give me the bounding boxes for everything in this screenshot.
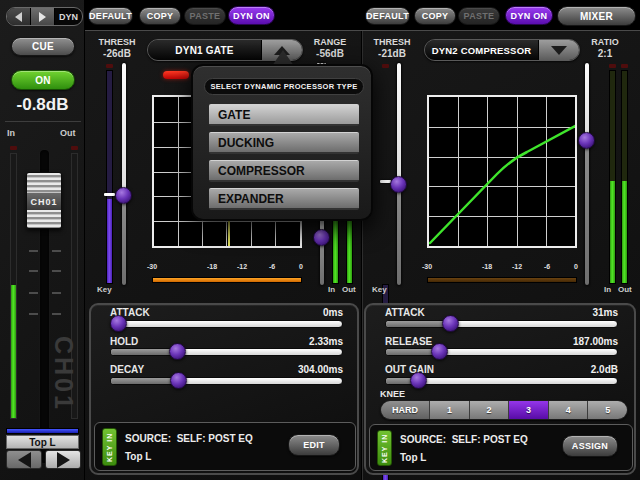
dyn2-knee-label: KNEE — [380, 389, 405, 399]
dyn1-keyin-edit-button[interactable]: EDIT — [288, 434, 340, 456]
dyn2-scale-tick: -18 — [477, 263, 497, 270]
prev-channel-big-button[interactable] — [6, 450, 42, 469]
dyn1-scale-tick: -6 — [264, 263, 280, 270]
dyn2-release-knob[interactable] — [431, 343, 448, 360]
knee-option-3[interactable]: 3 — [508, 401, 548, 419]
dyn2-thresh-knob[interactable] — [390, 176, 407, 193]
dyn2-ratio-knob[interactable] — [578, 132, 595, 149]
popup-option-gate[interactable]: GATE — [209, 104, 359, 126]
strip-divider — [5, 121, 81, 122]
chevron-down-icon — [551, 46, 567, 55]
dyn2-in-clip — [609, 64, 616, 68]
dyn1-keyin-box: KEY IN SOURCE: SELF: POST EQ Top L EDIT — [94, 422, 356, 471]
dyn2-release-value: 187.00ms — [478, 336, 618, 347]
dyn2-key-clip — [382, 64, 389, 68]
dyn2-scale-tick: -12 — [507, 263, 527, 270]
popup-option-compressor[interactable]: COMPRESSOR — [209, 160, 359, 182]
fader-cap-label: CH01 — [30, 197, 57, 207]
fader-cap-band: CH01 — [27, 193, 61, 210]
dyn1-key-thresh-marker — [104, 193, 115, 196]
in-clip-indicator — [10, 146, 17, 150]
dyn2-gr-meter — [427, 277, 577, 283]
knee-option-5[interactable]: 5 — [587, 401, 627, 419]
fader-gain-value: -0.8dB — [0, 93, 85, 117]
right-arrow-icon — [39, 12, 46, 22]
dyn2-paste-button[interactable]: PASTE — [458, 7, 500, 25]
dyn1-hold-slider[interactable] — [110, 348, 343, 356]
dyn2-thresh-slider[interactable] — [396, 62, 402, 286]
dyn1-on-button[interactable]: DYN ON — [228, 6, 275, 25]
dyn1-in-label: In — [328, 285, 335, 294]
dyn2-attack-value: 31ms — [478, 307, 618, 318]
knee-option-2[interactable]: 2 — [469, 401, 509, 419]
channel-name: Top L — [29, 437, 55, 448]
knee-option-4[interactable]: 4 — [548, 401, 588, 419]
dyn2-out-clip — [621, 64, 628, 68]
dyn2-ratio-label: RATIO — [580, 37, 630, 47]
out-meter-label: Out — [60, 128, 76, 138]
dyn2-on-button[interactable]: DYN ON — [505, 6, 553, 25]
dyn2-out-label: Out — [618, 285, 632, 294]
dyn2-release-label: RELEASE — [385, 336, 432, 347]
dyn1-attack-slider[interactable] — [110, 320, 343, 328]
dyn2-attack-knob[interactable] — [442, 315, 459, 332]
mixer-button[interactable]: MIXER — [557, 6, 636, 26]
prev-channel-button[interactable] — [7, 8, 31, 25]
next-channel-big-button[interactable] — [45, 450, 81, 469]
popup-option-expander[interactable]: EXPANDER — [209, 188, 359, 210]
fader-tick — [29, 270, 38, 272]
dyn1-decay-label: DECAY — [110, 364, 144, 375]
dyn1-paste-button[interactable]: PASTE — [184, 7, 226, 25]
channel-strip: DYN CUE ON -0.8dB In Out CH01 — [0, 0, 85, 480]
right-arrow-icon — [57, 452, 70, 468]
in-level-fill — [11, 285, 16, 418]
dyn2-out-meter — [621, 70, 628, 284]
dynamics-screen: DEFAULT COPY PASTE DYN ON DEFAULT COPY P… — [0, 0, 640, 480]
fader-cap-top — [27, 173, 61, 193]
fader-tick — [52, 250, 61, 252]
left-arrow-icon — [18, 452, 31, 468]
dyn2-key-label: Key — [372, 285, 387, 294]
dyn1-thresh-knob[interactable] — [115, 187, 132, 204]
dyn1-keyin-tab: KEY IN — [102, 428, 117, 466]
dyn2-scale-tick: -30 — [417, 263, 437, 270]
dyn2-scale-tick: -6 — [539, 263, 555, 270]
dyn1-type-label: DYN1 GATE — [148, 40, 261, 60]
dyn1-gr-indicator — [163, 71, 189, 79]
dyn2-keyin-assign-button[interactable]: ASSIGN — [562, 435, 618, 457]
dyn1-range-knob[interactable] — [313, 229, 330, 246]
compressor-curve — [430, 126, 575, 243]
dyn2-ratio-slider[interactable] — [584, 62, 590, 286]
dyn2-type-selector[interactable]: DYN2 COMPRESSOR — [424, 39, 580, 61]
on-button[interactable]: ON — [11, 70, 75, 90]
dyn2-selector-expand[interactable] — [538, 40, 579, 60]
dyn1-hold-knob[interactable] — [169, 343, 186, 360]
dyn1-decay-slider[interactable] — [110, 377, 343, 385]
dyn1-decay-knob[interactable] — [170, 372, 187, 389]
dyn1-keyin-tab-label: KEY IN — [103, 429, 116, 465]
dyn1-thresh-slider[interactable] — [121, 62, 127, 286]
dyn1-key-label: Key — [97, 285, 112, 294]
fader-cap[interactable]: CH01 — [26, 172, 62, 229]
dyn1-default-button[interactable]: DEFAULT — [88, 7, 133, 25]
dyn2-copy-button[interactable]: COPY — [414, 7, 456, 25]
dyn1-thresh-value: -26dB — [92, 48, 142, 59]
knee-option-hard[interactable]: HARD — [381, 401, 429, 419]
dyn1-keyin-channel: Top L — [125, 451, 151, 462]
dyn1-attack-knob[interactable] — [110, 315, 127, 332]
dyn2-outgain-knob[interactable] — [410, 372, 427, 389]
popup-option-ducking[interactable]: DUCKING — [209, 132, 359, 154]
cue-button[interactable]: CUE — [11, 37, 75, 56]
dyn1-range-label: RANGE — [305, 37, 355, 47]
dyn1-out-label: Out — [342, 285, 356, 294]
dyn1-scale-tick: -30 — [142, 263, 162, 270]
next-channel-button[interactable] — [31, 8, 55, 25]
dyn1-copy-button[interactable]: COPY — [139, 7, 181, 25]
dyn2-attack-slider[interactable] — [385, 320, 618, 328]
fader-tick — [29, 313, 38, 315]
dyn1-key-clip — [106, 64, 113, 68]
dyn2-default-button[interactable]: DEFAULT — [365, 7, 410, 25]
channel-name-box[interactable]: Top L — [6, 435, 79, 449]
knee-option-1[interactable]: 1 — [429, 401, 469, 419]
dyn2-release-slider[interactable] — [385, 348, 618, 356]
